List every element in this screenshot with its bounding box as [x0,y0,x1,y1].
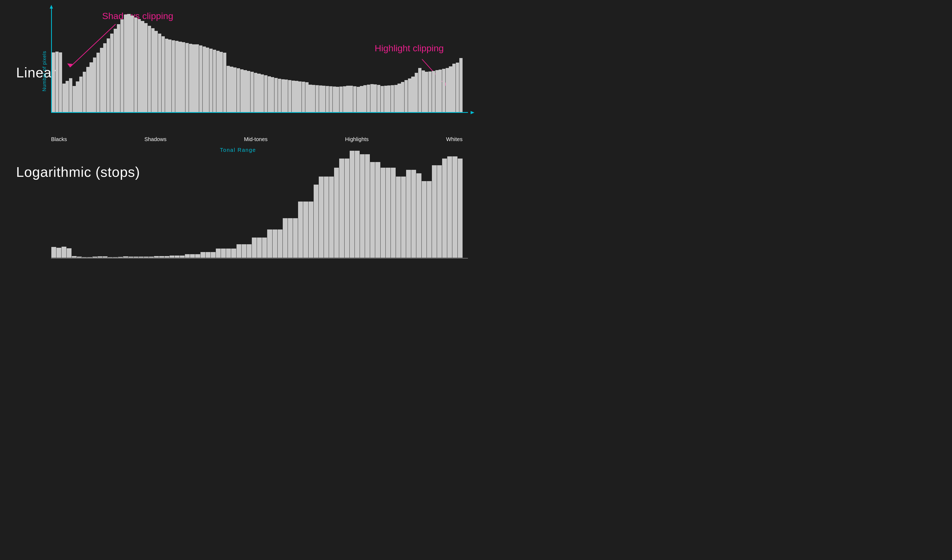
log-bar [452,156,457,258]
linear-bar [144,23,148,112]
linear-bar [442,69,445,112]
linear-bar [329,86,332,112]
log-bar [190,254,195,258]
linear-bar [401,82,404,112]
log-bar [401,177,406,258]
log-bar [66,248,71,258]
linear-bar [302,82,305,112]
linear-bar [182,42,185,112]
linear-bar [315,85,319,112]
linear-bar [271,77,274,112]
x-label-highlights: Highlights [345,136,369,142]
log-bar [309,202,314,258]
log-bar [416,173,421,258]
log-bar [293,218,298,258]
linear-bar [244,70,247,112]
log-bar [211,252,216,258]
log-bar [272,230,277,258]
log-bar [144,257,148,258]
linear-bar [268,76,271,112]
linear-bar [292,80,295,112]
linear-bar [436,70,439,112]
linear-bar [374,84,377,112]
log-bar [216,248,221,258]
linear-bar [79,77,82,112]
linear-bar [274,78,278,112]
linear-bar [219,52,223,112]
log-bar [103,256,108,258]
log-bar [288,218,293,258]
log-bar [82,257,87,258]
log-bar [324,177,329,258]
linear-bar [192,44,195,112]
linear-bar [363,85,366,112]
linear-bar [298,82,301,112]
linear-bar [100,48,103,112]
linear-bar [110,34,113,112]
linear-bar [360,86,363,112]
log-bar [97,256,102,258]
log-bar [422,181,427,258]
linear-bar [264,75,267,112]
log-bar [278,230,283,258]
log-bar [339,159,344,258]
linear-bar [428,71,432,112]
linear-bar [370,84,374,112]
log-bar [231,248,236,258]
linear-bar [312,85,315,112]
x-axis-labels: Blacks Shadows Mid-tones Highlights Whit… [51,136,462,142]
linear-bar [162,36,165,112]
log-bar [319,177,324,258]
log-histogram-section: Logarithmic (stops) 01248163264128256 [11,142,465,275]
log-bar [345,159,349,258]
linear-bar [278,79,281,112]
linear-bar [165,39,168,112]
linear-bar [456,63,459,112]
linear-bar [66,81,69,112]
linear-bar [425,72,428,112]
linear-bar [175,41,178,112]
linear-bar [121,19,124,112]
linear-bar [387,85,391,112]
log-bar [154,256,159,258]
linear-title: Linear [16,65,57,80]
main-container: Linear Number of pixels Shadows clipping… [0,0,476,280]
log-bar [386,168,391,258]
linear-bar [114,29,117,112]
linear-bar [233,68,236,112]
log-bar [437,165,442,258]
linear-bar [459,58,462,112]
linear-bar [397,83,401,112]
linear-bar [213,50,216,112]
log-bar [370,162,375,258]
log-bar [355,151,360,258]
log-bar [195,254,200,258]
linear-bar [206,48,209,112]
linear-bar [319,85,322,112]
log-bar [267,230,272,258]
linear-bar [295,81,298,112]
linear-chart-area [51,8,462,113]
linear-bar [257,74,260,112]
linear-bar [411,77,414,112]
x-label-midtones: Mid-tones [244,136,268,142]
log-bar [391,168,396,258]
log-bar [236,244,241,258]
log-bar [201,252,206,258]
linear-bar [247,71,250,112]
log-bar [360,154,365,258]
log-bar [93,257,97,258]
linear-bar [93,57,96,112]
linear-bar [353,86,356,112]
linear-bar [83,72,86,112]
log-bar [164,256,169,258]
linear-bar [346,86,349,112]
log-bar [139,257,144,258]
log-bar [247,244,252,258]
linear-bar [336,87,339,112]
linear-bar [124,14,127,112]
linear-bar [90,62,93,112]
linear-bar [223,52,226,112]
linear-bar [178,42,182,112]
log-bar [221,248,226,258]
